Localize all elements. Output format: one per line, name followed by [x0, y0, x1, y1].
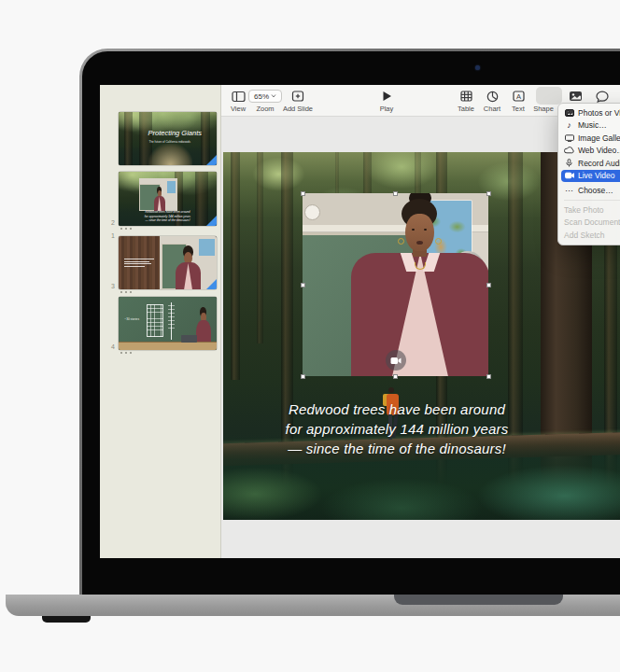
- thumbnail-corner-badge: [206, 279, 217, 289]
- menu-item-photos-or-videos[interactable]: Photos or Videos: [558, 106, 620, 119]
- media-dropdown-menu: Photos or Videos ♪ Music… Image Gallery …: [557, 103, 620, 245]
- slide-number: 2: [102, 219, 115, 226]
- music-note-icon: ♪: [564, 120, 574, 130]
- menu-item-scan-documents: Scan Documents: [558, 217, 620, 230]
- slide1-subtitle: The future of California redwoods: [149, 140, 215, 144]
- selection-handle[interactable]: [301, 283, 305, 287]
- thumbnail-corner-badge: [206, 216, 217, 226]
- forest-path: [148, 144, 192, 165]
- menu-item-web-video[interactable]: Web Video…: [558, 145, 620, 158]
- image-gallery-icon: [564, 134, 574, 142]
- laptop-base: [6, 595, 620, 616]
- slide-thumbnail-3[interactable]: [119, 236, 217, 289]
- presenter-figure: [331, 193, 461, 376]
- mini-caption: Redwood trees have been around for appro…: [122, 210, 213, 222]
- add-slide-icon: [272, 89, 324, 104]
- menu-item-choose[interactable]: ··· Choose…: [558, 185, 620, 198]
- selection-handle[interactable]: [393, 374, 398, 379]
- zoom-value: 65%: [254, 92, 269, 101]
- slide-number: 4: [102, 343, 115, 350]
- selection-handle[interactable]: [486, 283, 491, 287]
- menu-item-music[interactable]: ♪ Music…: [558, 119, 620, 133]
- chalk-label: ~30 stories: [124, 317, 139, 321]
- build-dots: [120, 228, 132, 230]
- screenshot-stage: 1 Protecting Giants The future of Califo…: [0, 0, 620, 672]
- menu-item-add-sketch: Add Sketch: [558, 229, 620, 242]
- selection-handle[interactable]: [301, 374, 305, 379]
- slide-thumbnail-1[interactable]: Protecting Giants The future of Californ…: [119, 112, 217, 165]
- ellipsis-icon: ···: [564, 186, 574, 195]
- microphone-icon: [564, 159, 574, 167]
- mini-live-video: [139, 178, 177, 211]
- desk-laptop: [181, 335, 197, 343]
- selection-handle[interactable]: [486, 191, 491, 196]
- photos-icon: [564, 109, 574, 117]
- chalk-tree-drawing: [171, 302, 173, 340]
- slide-number: 1: [102, 232, 115, 239]
- classroom-desk: [119, 342, 217, 350]
- selection-handle[interactable]: [301, 191, 305, 196]
- menu-separator: [564, 200, 620, 201]
- live-video-icon: [564, 172, 574, 179]
- slide-caption-text[interactable]: Redwood trees have been around for appro…: [259, 399, 535, 458]
- slide-number: 3: [102, 283, 115, 289]
- menu-item-live-video[interactable]: Live Video: [561, 170, 620, 183]
- slide-thumbnail-2[interactable]: Redwood trees have been around for appro…: [119, 172, 217, 226]
- slide-thumbnail-4[interactable]: ~30 stories: [119, 297, 217, 350]
- play-icon: [360, 89, 413, 104]
- add-slide-button[interactable]: Add Slide: [272, 89, 324, 113]
- wall-clock: [304, 204, 320, 220]
- build-dots: [120, 352, 132, 354]
- slide-navigator: 1 Protecting Giants The future of Califo…: [100, 85, 221, 558]
- live-video-badge: [386, 350, 406, 371]
- selection-handle[interactable]: [393, 191, 398, 196]
- thumbnail-corner-badge: [206, 155, 217, 165]
- live-video-object[interactable]: [303, 193, 488, 376]
- build-dots: [120, 291, 132, 293]
- comment-bubble-icon: [576, 89, 620, 104]
- mini-text-box: [124, 259, 154, 268]
- menu-item-record-audio[interactable]: Record Audio: [558, 157, 620, 170]
- laptop-lid-notch: [394, 595, 563, 605]
- video-camera-icon: [390, 357, 402, 365]
- menu-item-take-photo: Take Photo: [558, 203, 620, 217]
- slide1-title: Protecting Giants: [148, 130, 215, 137]
- menu-item-image-gallery[interactable]: Image Gallery: [558, 132, 620, 145]
- web-video-icon: [564, 147, 574, 154]
- comment-button[interactable]: [576, 89, 620, 104]
- laptop-foot: [42, 616, 91, 623]
- webcam-dot: [475, 65, 480, 70]
- keynote-window: 1 Protecting Giants The future of Califo…: [100, 85, 620, 558]
- play-button[interactable]: Play: [360, 89, 413, 113]
- chalk-building-drawing: [147, 304, 163, 337]
- selection-handle[interactable]: [486, 374, 491, 379]
